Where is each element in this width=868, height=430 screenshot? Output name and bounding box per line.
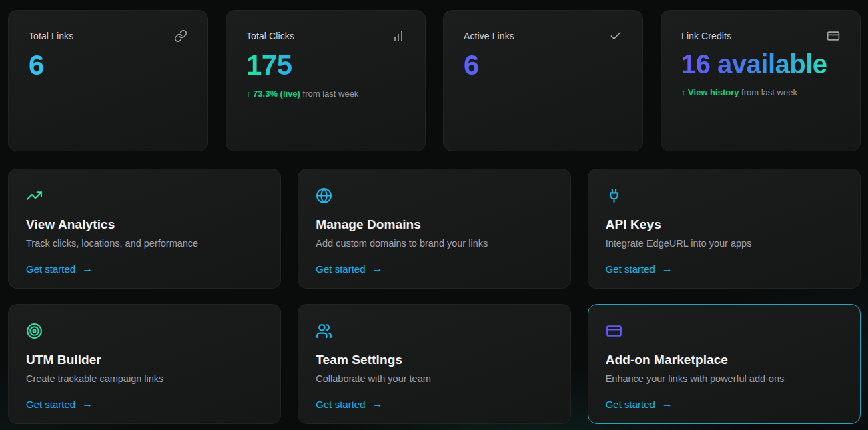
stat-label: Link Credits [681,31,731,41]
stat-label: Active Links [464,31,514,41]
action-description: Add custom domains to brand your links [316,238,552,249]
get-started-label: Get started [26,399,75,410]
get-started-link[interactable]: Get started → [316,398,382,410]
stats-row: Total Links 6 Total Clicks 175 ↑ 73.3% (… [8,10,861,151]
action-title: View Analytics [26,217,263,232]
get-started-link[interactable]: Get started → [606,263,673,275]
plug-icon [606,187,622,204]
stat-card-header: Total Links [29,29,187,43]
stat-value: 175 [246,49,292,81]
arrow-right-icon: → [662,263,673,275]
stat-value: 16 available [681,49,827,79]
get-started-link[interactable]: Get started → [316,263,382,275]
action-description: Collaborate with your team [316,373,552,384]
actions-grid: View Analytics Track clicks, locations, … [8,169,861,424]
action-card-api-keys[interactable]: API Keys Integrate EdgeURL into your app… [588,169,861,289]
check-icon [609,29,622,43]
action-card-view-analytics[interactable]: View Analytics Track clicks, locations, … [8,169,281,289]
users-icon [316,323,332,339]
stat-value: 6 [464,49,622,81]
stat-label: Total Links [29,31,73,41]
get-started-label: Get started [606,263,655,275]
get-started-link[interactable]: Get started → [606,398,673,410]
get-started-label: Get started [606,399,655,410]
action-title: Manage Domains [316,217,552,232]
stat-card-total-links: Total Links 6 [8,10,208,151]
arrow-right-icon: → [82,398,93,410]
stat-card-header: Link Credits [681,29,840,43]
action-title: UTM Builder [26,353,263,367]
credit-card-icon [827,29,840,43]
action-title: Add-on Marketplace [606,353,843,367]
stat-subtext: ↑ 73.3% (live) from last week [246,89,405,99]
globe-icon [316,187,332,204]
arrow-right-icon: → [662,398,673,410]
get-started-label: Get started [26,263,75,275]
get-started-link[interactable]: Get started → [26,398,93,410]
stat-card-total-clicks: Total Clicks 175 ↑ 73.3% (live) from las… [226,10,426,151]
get-started-link[interactable]: Get started → [26,263,93,275]
stat-trend: ↑ 73.3% (live) [246,89,300,99]
action-card-manage-domains[interactable]: Manage Domains Add custom domains to bra… [298,169,570,289]
arrow-right-icon: → [372,398,383,410]
stat-trend-period: from last week [303,89,359,99]
credit-card-icon [606,323,622,339]
action-card-utm-builder[interactable]: UTM Builder Create trackable campaign li… [8,304,281,424]
trending-up-icon [26,187,43,204]
get-started-label: Get started [316,399,365,410]
stat-label: Total Clicks [246,31,294,41]
action-description: Integrate EdgeURL into your apps [606,238,843,249]
stat-subtext: ↑ View history from last week [681,87,840,97]
action-description: Create trackable campaign links [26,373,263,384]
action-description: Track clicks, locations, and performance [26,238,263,249]
stat-card-header: Active Links [464,29,622,43]
action-description: Enhance your links with powerful add-ons [606,373,843,384]
stat-card-active-links: Active Links 6 [443,10,643,151]
bar-chart-icon [392,29,405,43]
target-icon [26,323,43,339]
get-started-label: Get started [316,263,365,275]
action-title: Team Settings [316,353,552,367]
arrow-right-icon: → [372,263,383,275]
stat-card-link-credits: Link Credits 16 available ↑ View history… [661,10,861,151]
stat-value: 6 [29,49,187,81]
action-title: API Keys [606,217,843,232]
link-icon [174,29,187,43]
action-card-team-settings[interactable]: Team Settings Collaborate with your team… [298,304,570,424]
arrow-right-icon: → [82,263,93,275]
view-history-link[interactable]: ↑ View history [681,87,739,97]
stat-trend-period: from last week [741,87,797,97]
stat-card-header: Total Clicks [246,29,405,43]
action-card-addon-marketplace[interactable]: Add-on Marketplace Enhance your links wi… [588,304,861,424]
